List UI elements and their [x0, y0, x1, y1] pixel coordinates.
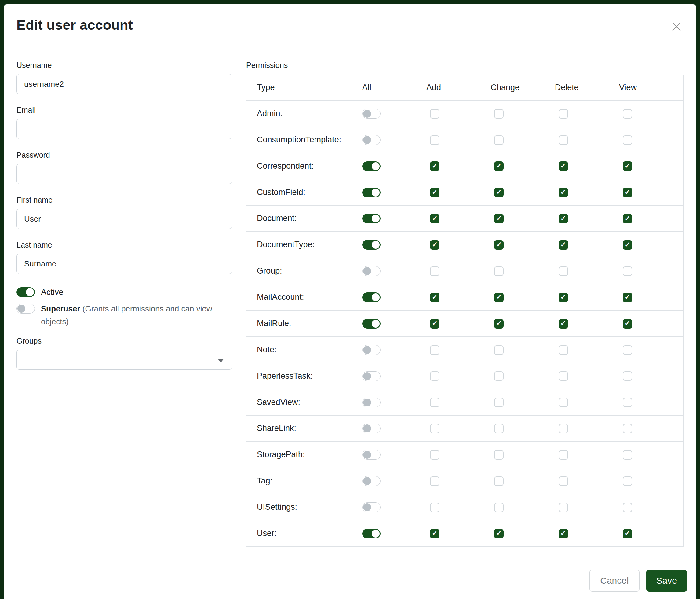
permission-delete-checkbox[interactable] — [558, 266, 568, 276]
permission-delete-checkbox[interactable] — [558, 109, 568, 119]
permission-all-toggle[interactable] — [362, 345, 380, 355]
permission-change-checkbox[interactable] — [494, 136, 504, 145]
permission-view-checkbox[interactable] — [623, 345, 632, 355]
permission-all-toggle[interactable] — [362, 476, 380, 486]
permission-add-checkbox[interactable] — [430, 398, 440, 407]
permission-all-toggle[interactable] — [362, 292, 380, 302]
permission-all-toggle[interactable] — [362, 188, 380, 197]
permission-change-checkbox[interactable] — [494, 371, 504, 381]
permission-view-checkbox[interactable] — [623, 188, 632, 197]
permission-view-checkbox[interactable] — [623, 398, 632, 407]
permission-view-checkbox[interactable] — [623, 109, 632, 119]
permission-all-toggle[interactable] — [362, 424, 380, 433]
cancel-button[interactable]: Cancel — [590, 570, 639, 592]
permission-view-checkbox[interactable] — [623, 503, 632, 512]
permission-row: Group: — [247, 258, 683, 284]
permission-view-checkbox[interactable] — [623, 240, 632, 250]
permission-add-checkbox[interactable] — [430, 424, 440, 433]
permission-view-checkbox[interactable] — [623, 136, 632, 145]
permission-delete-checkbox[interactable] — [558, 214, 568, 223]
permission-add-checkbox[interactable] — [430, 319, 440, 329]
permission-change-checkbox[interactable] — [494, 188, 504, 197]
permission-add-checkbox[interactable] — [430, 293, 440, 302]
permission-view-checkbox[interactable] — [623, 214, 632, 223]
permission-view-checkbox[interactable] — [623, 319, 632, 329]
permission-view-checkbox[interactable] — [623, 476, 632, 486]
permission-change-checkbox[interactable] — [494, 345, 504, 355]
permission-delete-checkbox[interactable] — [558, 529, 568, 538]
permission-add-checkbox[interactable] — [430, 240, 440, 250]
superuser-toggle[interactable] — [17, 304, 35, 314]
permission-change-checkbox[interactable] — [494, 476, 504, 486]
permission-view-checkbox[interactable] — [623, 293, 632, 302]
email-input[interactable] — [17, 119, 232, 139]
permission-delete-checkbox[interactable] — [558, 319, 568, 329]
permission-add-checkbox[interactable] — [430, 136, 440, 145]
permission-delete-checkbox[interactable] — [558, 424, 568, 433]
permission-change-checkbox[interactable] — [494, 266, 504, 276]
save-button[interactable]: Save — [646, 570, 687, 592]
active-toggle[interactable] — [17, 287, 35, 297]
permission-change-checkbox[interactable] — [494, 424, 504, 433]
permission-add-checkbox[interactable] — [430, 476, 440, 486]
permission-all-toggle[interactable] — [362, 319, 380, 329]
permission-view-checkbox[interactable] — [623, 450, 632, 460]
permission-add-checkbox[interactable] — [430, 503, 440, 512]
permission-change-checkbox[interactable] — [494, 109, 504, 119]
permission-add-checkbox[interactable] — [430, 214, 440, 223]
close-icon[interactable] — [671, 21, 682, 32]
permission-add-checkbox[interactable] — [430, 161, 440, 171]
permission-add-checkbox[interactable] — [430, 345, 440, 355]
permission-delete-checkbox[interactable] — [558, 398, 568, 407]
permission-change-checkbox[interactable] — [494, 319, 504, 329]
permission-view-checkbox[interactable] — [623, 266, 632, 276]
first-name-label: First name — [17, 196, 232, 205]
permission-delete-checkbox[interactable] — [558, 450, 568, 460]
permission-change-checkbox[interactable] — [494, 214, 504, 223]
first-name-input[interactable] — [17, 209, 232, 229]
permission-view-checkbox[interactable] — [623, 371, 632, 381]
permission-all-toggle[interactable] — [362, 371, 380, 381]
permission-add-checkbox[interactable] — [430, 450, 440, 460]
permission-delete-checkbox[interactable] — [558, 476, 568, 486]
permission-all-toggle[interactable] — [362, 214, 380, 223]
last-name-input[interactable] — [17, 254, 232, 274]
permission-add-checkbox[interactable] — [430, 371, 440, 381]
permission-type-label: Document: — [247, 206, 362, 232]
permission-change-checkbox[interactable] — [494, 240, 504, 250]
permission-all-toggle[interactable] — [362, 266, 380, 276]
permission-delete-checkbox[interactable] — [558, 161, 568, 171]
permission-all-toggle[interactable] — [362, 161, 380, 171]
permission-all-toggle[interactable] — [362, 398, 380, 407]
password-input[interactable] — [17, 164, 232, 184]
permission-delete-checkbox[interactable] — [558, 371, 568, 381]
permission-delete-checkbox[interactable] — [558, 345, 568, 355]
permission-view-checkbox[interactable] — [623, 529, 632, 538]
permission-view-checkbox[interactable] — [623, 161, 632, 171]
groups-select[interactable] — [17, 350, 232, 370]
permission-change-checkbox[interactable] — [494, 293, 504, 302]
permission-change-checkbox[interactable] — [494, 529, 504, 538]
permission-all-toggle[interactable] — [362, 135, 380, 145]
permission-view-checkbox[interactable] — [623, 424, 632, 433]
permission-delete-checkbox[interactable] — [558, 136, 568, 145]
permission-add-checkbox[interactable] — [430, 529, 440, 538]
permission-change-checkbox[interactable] — [494, 161, 504, 171]
permission-all-toggle[interactable] — [362, 109, 380, 119]
permission-all-toggle[interactable] — [362, 502, 380, 512]
user-form: Username Email Password First name Last … — [17, 61, 232, 381]
permission-all-toggle[interactable] — [362, 529, 380, 538]
permission-change-checkbox[interactable] — [494, 450, 504, 460]
permission-add-checkbox[interactable] — [430, 188, 440, 197]
permission-delete-checkbox[interactable] — [558, 188, 568, 197]
permission-delete-checkbox[interactable] — [558, 240, 568, 250]
permission-change-checkbox[interactable] — [494, 398, 504, 407]
permission-add-checkbox[interactable] — [430, 109, 440, 119]
permission-change-checkbox[interactable] — [494, 503, 504, 512]
permission-add-checkbox[interactable] — [430, 266, 440, 276]
permission-delete-checkbox[interactable] — [558, 503, 568, 512]
permission-all-toggle[interactable] — [362, 450, 380, 460]
username-input[interactable] — [17, 74, 232, 94]
permission-delete-checkbox[interactable] — [558, 293, 568, 302]
permission-all-toggle[interactable] — [362, 240, 380, 250]
